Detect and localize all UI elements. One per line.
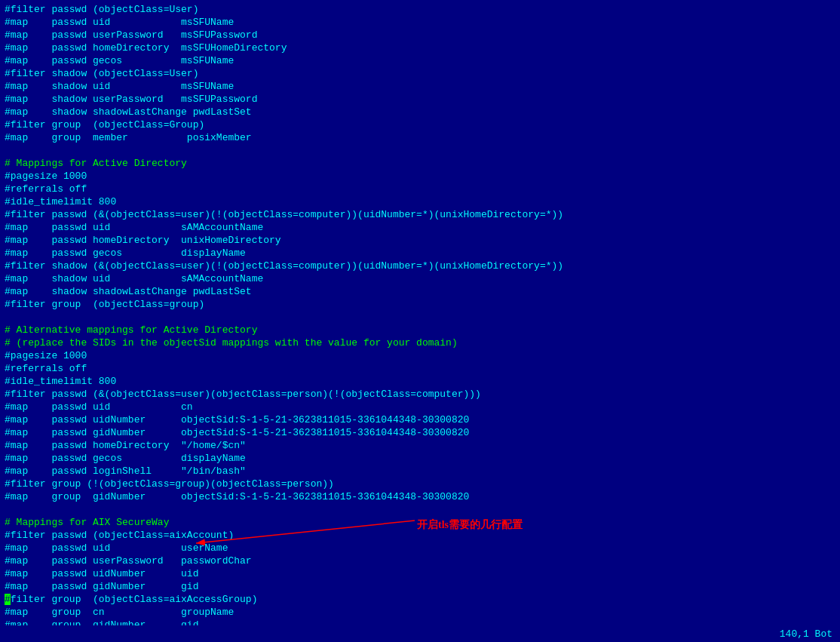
line-25: [5, 311, 835, 324]
line-46: #map passwd gidNumber gid: [5, 580, 835, 593]
line-17: #filter passwd (&(objectClass=user)(!(ob…: [5, 208, 835, 221]
line-39: #map group gidNumber objectSid:S-1-5-21-…: [5, 490, 835, 503]
line-7: #map shadow uid msSFUName: [5, 80, 835, 93]
line-40: [5, 503, 835, 516]
line-6: #filter shadow (objectClass=User): [5, 67, 835, 80]
line-27: # (replace the SIDs in the objectSid map…: [5, 336, 835, 349]
line-28: #pagesize 1000: [5, 349, 835, 362]
line-29: #referrals off: [5, 362, 835, 375]
status-bar: 140,1 Bot: [0, 625, 840, 642]
line-19: #map passwd homeDirectory unixHomeDirect…: [5, 234, 835, 247]
line-2: #map passwd uid msSFUName: [5, 16, 835, 29]
line-23: #map shadow shadowLastChange pwdLastSet: [5, 285, 835, 298]
line-15: #referrals off: [5, 183, 835, 195]
line-36: #map passwd gecos displayName: [5, 452, 835, 465]
line-44: #map passwd userPassword passwordChar: [5, 554, 835, 567]
line-42: #filter passwd (objectClass=aixAccount): [5, 529, 835, 542]
line-18: #map passwd uid sAMAccountName: [5, 221, 835, 234]
line-26: # Alternative mappings for Active Direct…: [5, 324, 835, 336]
line-24: #filter group (objectClass=group): [5, 298, 835, 311]
line-33: #map passwd uidNumber objectSid:S-1-5-21…: [5, 413, 835, 426]
line-14: #pagesize 1000: [5, 170, 835, 183]
line-43: #map passwd uid userName: [5, 542, 835, 554]
line-34: #map passwd gidNumber objectSid:S-1-5-21…: [5, 426, 835, 439]
terminal: #filter passwd (objectClass=User) #map p…: [0, 0, 840, 642]
line-37: #map passwd loginShell "/bin/bash": [5, 465, 835, 478]
line-4: #map passwd homeDirectory msSFUHomeDirec…: [5, 41, 835, 54]
line-48: #map group cn groupName: [5, 606, 835, 619]
line-45: #map passwd uidNumber uid: [5, 567, 835, 580]
line-11: #map group member posixMember: [5, 131, 835, 144]
line-21: #filter shadow (&(objectClass=user)(!(ob…: [5, 260, 835, 272]
line-16: #idle_timelimit 800: [5, 195, 835, 208]
line-22: #map shadow uid sAMAccountName: [5, 272, 835, 285]
line-1: #filter passwd (objectClass=User): [5, 3, 835, 16]
line-20: #map passwd gecos displayName: [5, 247, 835, 260]
line-47: #filter group (objectClass=aixAccessGrou…: [5, 593, 835, 606]
line-8: #map shadow userPassword msSFUPassword: [5, 93, 835, 106]
line-41: # Mappings for AIX SecureWay: [5, 516, 835, 529]
line-30: #idle_timelimit 800: [5, 375, 835, 388]
line-12: [5, 144, 835, 157]
line-35: #map passwd homeDirectory "/home/$cn": [5, 439, 835, 452]
line-3: #map passwd userPassword msSFUPassword: [5, 29, 835, 41]
line-9: #map shadow shadowLastChange pwdLastSet: [5, 106, 835, 118]
line-38: #filter group (!(objectClass=group)(obje…: [5, 478, 835, 490]
line-31: #filter passwd (&(objectClass=user)(obje…: [5, 388, 835, 401]
line-13: # Mappings for Active Directory: [5, 157, 835, 170]
line-32: #map passwd uid cn: [5, 401, 835, 413]
line-5: #map passwd gecos msSFUName: [5, 54, 835, 67]
cursor-position: 140,1 Bot: [780, 628, 832, 640]
line-10: #filter group (objectClass=Group): [5, 118, 835, 131]
